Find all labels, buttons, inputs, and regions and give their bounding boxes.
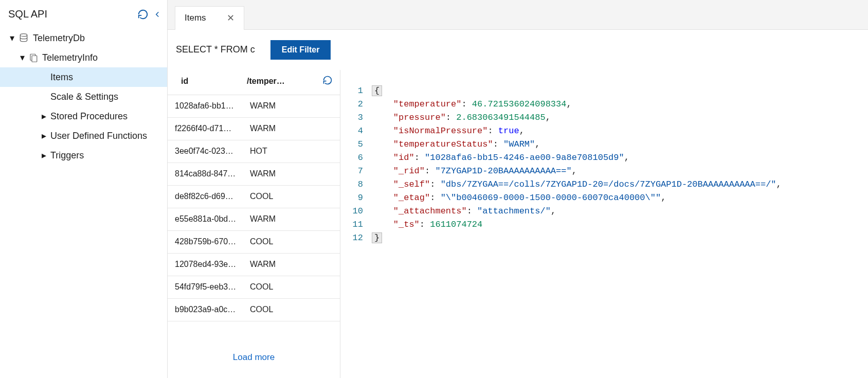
cell-id: 3ee0f74c-023… — [175, 147, 247, 156]
database-icon — [19, 33, 29, 43]
table-row[interactable]: 12078ed4-93e…WARM — [168, 254, 340, 276]
cell-id: 428b759b-670… — [175, 237, 247, 246]
table-row[interactable]: b9b023a9-a0c…COOL — [168, 299, 340, 321]
close-icon[interactable]: ✕ — [227, 12, 234, 24]
cell-id: 12078ed4-93e… — [175, 260, 247, 269]
tab-label: Items — [185, 13, 206, 23]
cell-temperature: WARM — [247, 124, 333, 133]
refresh-icon[interactable] — [137, 9, 149, 20]
sidebar: SQL API ▾ TelemetryDb ▾ — [0, 0, 168, 378]
tree-item[interactable]: ▸Items — [0, 67, 167, 87]
column-header-temperature[interactable]: /temper… — [247, 77, 322, 86]
tree-item-label: Stored Procedures — [50, 111, 128, 122]
cell-id: de8f82c6-d69… — [175, 192, 247, 201]
svg-rect-2 — [32, 56, 37, 62]
cell-id: 54fd79f5-eeb3… — [175, 282, 247, 292]
tree-container[interactable]: ▾ TelemetryInfo — [0, 48, 167, 67]
edit-filter-button[interactable]: Edit Filter — [270, 40, 331, 60]
cell-id: 1028afa6-bb1… — [175, 101, 247, 111]
table-row[interactable]: 814ca88d-847…WARM — [168, 163, 340, 186]
table-row[interactable]: 54fd79f5-eeb3…COOL — [168, 276, 340, 299]
svg-point-0 — [20, 34, 27, 37]
tree-database[interactable]: ▾ TelemetryDb — [0, 28, 167, 48]
cell-temperature: WARM — [247, 101, 333, 111]
cell-temperature: COOL — [247, 282, 333, 292]
table-row[interactable]: de8f82c6-d69…COOL — [168, 186, 340, 208]
collapse-icon[interactable] — [153, 9, 162, 20]
cell-temperature: WARM — [247, 214, 333, 224]
tab-items[interactable]: Items ✕ — [175, 6, 244, 30]
tree-item[interactable]: ▸Scale & Settings — [0, 87, 167, 106]
json-viewer: 123456789101112 { "temperature": 46.7215… — [340, 70, 868, 378]
cell-id: b9b023a9-a0c… — [175, 305, 247, 314]
tree-item[interactable]: ▸Triggers — [0, 146, 167, 165]
table-row[interactable]: 1028afa6-bb1…WARM — [168, 95, 340, 118]
query-text: SELECT * FROM c — [176, 44, 255, 55]
cell-id: e55e881a-0bd… — [175, 214, 247, 224]
load-more-link[interactable]: Load more — [168, 337, 340, 378]
tree-item-label: Triggers — [50, 150, 84, 161]
sidebar-title: SQL API — [8, 8, 47, 20]
chevron-right-icon: ▸ — [40, 130, 47, 141]
cell-temperature: WARM — [247, 169, 333, 178]
tree-item-label: User Defined Functions — [50, 131, 147, 141]
tree-item[interactable]: ▸User Defined Functions — [0, 126, 167, 146]
tree-item-label: Items — [50, 72, 73, 83]
chevron-right-icon: ▸ — [40, 150, 47, 161]
tree-item-label: Scale & Settings — [50, 92, 118, 102]
items-list: 1028afa6-bb1…WARMf2266f40-d71…WARM3ee0f7… — [168, 95, 340, 337]
tree-item[interactable]: ▸Stored Procedures — [0, 106, 167, 126]
column-header-id[interactable]: id — [175, 77, 247, 86]
cell-id: 814ca88d-847… — [175, 169, 247, 178]
table-row[interactable]: 428b759b-670…COOL — [168, 231, 340, 254]
resource-tree: ▾ TelemetryDb ▾ TelemetryInfo ▸Items▸Sca… — [0, 28, 167, 165]
tree-container-label: TelemetryInfo — [42, 52, 98, 63]
tab-bar: Items ✕ — [168, 0, 868, 30]
cell-temperature: COOL — [247, 192, 333, 201]
cell-temperature: WARM — [247, 260, 333, 269]
table-row[interactable]: 3ee0f74c-023…HOT — [168, 140, 340, 163]
cell-temperature: HOT — [247, 147, 333, 156]
container-icon — [29, 53, 38, 62]
table-row[interactable]: e55e881a-0bd…WARM — [168, 208, 340, 231]
table-row[interactable]: f2266f40-d71…WARM — [168, 118, 340, 140]
chevron-right-icon: ▸ — [40, 111, 47, 122]
cell-temperature: COOL — [247, 237, 333, 246]
cell-temperature: COOL — [247, 305, 333, 314]
refresh-icon[interactable] — [322, 75, 333, 87]
cell-id: f2266f40-d71… — [175, 124, 247, 133]
tree-database-label: TelemetryDb — [33, 33, 85, 44]
